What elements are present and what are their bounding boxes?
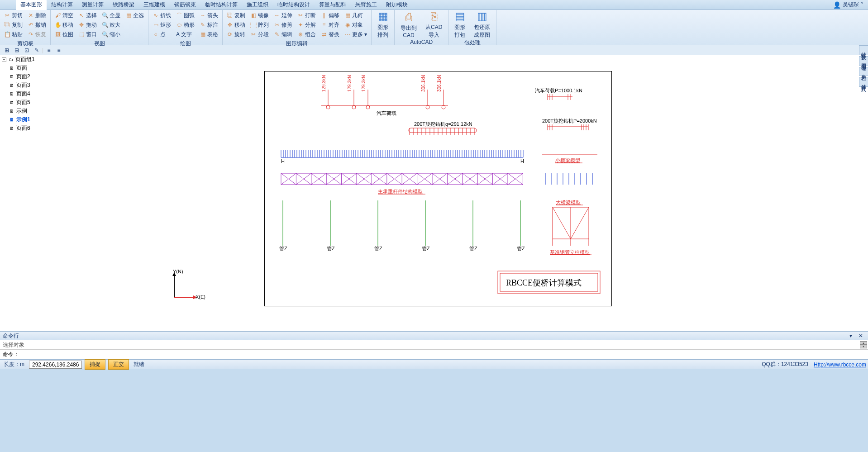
side-tab-properties[interactable]: 特性参数 <box>859 45 868 55</box>
zoomin-button[interactable]: 🔍放大 <box>100 20 122 29</box>
rect-button[interactable]: ▭矩形 <box>151 20 173 29</box>
tree-expand-button[interactable]: ⊡ <box>22 46 31 54</box>
ellipse-button[interactable]: ⬭椭形 <box>174 20 196 29</box>
tree-item-page2[interactable]: 🗎页面2 <box>0 72 83 81</box>
tree-item-example[interactable]: 🗎示例 <box>0 107 83 115</box>
tree-item-page6[interactable]: 🗎页面6 <box>0 124 83 133</box>
zoomout-button[interactable]: 🔍缩小 <box>100 30 122 39</box>
coord-display: 292.4266,136.2486 <box>29 361 82 369</box>
tree-item-page5[interactable]: 🗎页面5 <box>0 98 83 107</box>
align-center-button[interactable]: ≡ <box>54 46 63 54</box>
tab-3d-model[interactable]: 三维建模 <box>139 0 170 10</box>
collapse-icon[interactable]: − <box>2 57 6 62</box>
tab-basic-shape[interactable]: 基本图形 <box>16 0 47 10</box>
cut-button[interactable]: ✂剪切 <box>2 11 24 20</box>
tab-cantilever[interactable]: 悬臂施工 <box>351 0 382 10</box>
paste-button[interactable]: 📋粘贴 <box>2 30 24 39</box>
svg-line-244 <box>571 207 589 239</box>
tab-rebar[interactable]: 钢筋钢束 <box>170 0 200 10</box>
export-cad-button[interactable]: ⎙ 导出到 CAD <box>397 11 420 38</box>
gedit-button[interactable]: ✎编辑 <box>272 30 294 39</box>
align-icon: ≡ <box>321 22 327 28</box>
tab-survey-calc[interactable]: 测量计算 <box>77 0 108 10</box>
greplace-button[interactable]: ⇄替换 <box>319 30 341 39</box>
tree-item-example1[interactable]: 🗎示例1 <box>0 115 83 124</box>
gexplode-button[interactable]: ✦分解 <box>296 20 318 29</box>
tab-temp-calc[interactable]: 临时结构计算 <box>200 0 242 10</box>
arc-button[interactable]: ⌒圆弧 <box>174 11 196 20</box>
gmove-button[interactable]: ✥移动 <box>225 20 247 29</box>
arrange-button[interactable]: ▦ 图形 排列 <box>374 11 392 38</box>
ribbon-label-view: 视图 <box>53 39 146 49</box>
allselect-button[interactable]: ▦全选 <box>124 11 146 20</box>
gbreak-button[interactable]: ✂打断 <box>296 11 318 20</box>
tab-temp-design[interactable]: 临时结构设计 <box>273 0 315 10</box>
garray-button[interactable]: ⋮⋮阵列 <box>248 20 271 29</box>
tree-item-page4[interactable]: 🗎页面4 <box>0 90 83 98</box>
tab-construct[interactable]: 施工组织 <box>242 0 273 10</box>
tree-item-page3[interactable]: 🗎页面3 <box>0 81 83 90</box>
svg-point-8 <box>426 105 429 109</box>
tab-addon[interactable]: 附加模块 <box>382 0 412 10</box>
gobject-button[interactable]: ◉对象 <box>343 20 369 29</box>
delete-page-button[interactable]: ⊟ <box>12 46 21 54</box>
svg-text:129.3kN: 129.3kN <box>321 75 326 92</box>
cmd-close-button[interactable]: ✕ <box>856 332 865 340</box>
tree-root[interactable]: − 🗀 页面组1 <box>0 55 83 64</box>
side-tab-forces[interactable]: 坐力栏 <box>859 67 868 76</box>
svg-point-10 <box>442 105 445 109</box>
align-left-button[interactable]: ≡ <box>44 46 53 54</box>
gcopy-button[interactable]: ⿻复制 <box>225 11 247 20</box>
annot-button[interactable]: ✎标注 <box>198 20 220 29</box>
grotate-button[interactable]: ⟳旋转 <box>225 30 247 39</box>
scroll-down-button[interactable]: ▼ <box>860 345 867 348</box>
new-page-button[interactable]: ⊞ <box>2 46 11 54</box>
allshow-button[interactable]: 🔍全显 <box>100 11 122 20</box>
ggeom-button[interactable]: ▦几何 <box>343 11 369 20</box>
command-input-row[interactable]: 命令： <box>0 349 868 359</box>
edit-page-button[interactable]: ✎ <box>32 46 41 54</box>
gtrim-button[interactable]: ✂修剪 <box>272 20 294 29</box>
pack-button[interactable]: ▤ 图形 打包 <box>451 11 469 38</box>
delete-button[interactable]: ✕删除 <box>26 11 48 20</box>
goffset-button[interactable]: ∥偏移 <box>319 11 341 20</box>
copy-button[interactable]: ⿻复制 <box>2 20 24 29</box>
break-icon: ✂ <box>297 12 304 19</box>
side-tab-calc[interactable]: 计算方式 <box>859 77 868 87</box>
trim-icon: ✂ <box>274 22 280 28</box>
table-button[interactable]: ▦表格 <box>198 30 220 39</box>
gsegment-button[interactable]: ✂分段 <box>248 30 271 39</box>
bitmap-button[interactable]: 🖼位图 <box>53 30 75 39</box>
clear-button[interactable]: 🖌清空 <box>53 11 75 20</box>
undo-button[interactable]: ↶撤销 <box>26 20 48 29</box>
cmd-collapse-button[interactable]: ▾ <box>846 332 855 340</box>
text-button[interactable]: A 文字 <box>174 30 196 39</box>
scroll-up-button[interactable]: ▲ <box>860 341 867 345</box>
side-tab-layers[interactable]: 图层管理 <box>859 56 868 66</box>
tab-quantity[interactable]: 算量与配料 <box>315 0 351 10</box>
dim-button[interactable]: →箭头 <box>198 11 220 20</box>
ortho-toggle[interactable]: 正交 <box>108 359 129 370</box>
tab-struct-calc[interactable]: 结构计算 <box>47 0 77 10</box>
restore-button[interactable]: ▥ 包还原 成原图 <box>470 11 494 38</box>
select-button[interactable]: ↖选择 <box>76 11 99 20</box>
galign-button[interactable]: ≡对齐 <box>319 20 341 29</box>
snap-toggle[interactable]: 捕捉 <box>85 359 105 370</box>
svg-text:H: H <box>520 158 524 164</box>
gmore-button[interactable]: ⋯更多 ▾ <box>343 30 369 39</box>
tree-item-page[interactable]: 🗎页面 <box>0 64 83 72</box>
user-area[interactable]: 👤 吴锡琛 ˅ <box>833 1 863 9</box>
polyline-button[interactable]: ∿折线 <box>151 11 173 20</box>
drawing-canvas[interactable]: Y(N) X(E) 129.3kN 129.3kN 129.3 <box>83 55 868 331</box>
gcombine-button[interactable]: ⊕组合 <box>296 30 318 39</box>
tab-rail-bridge[interactable]: 铁路桥梁 <box>108 0 139 10</box>
website-link[interactable]: Http://www.rbcce.com <box>814 362 866 368</box>
import-cad-button[interactable]: ⎘ 从CAD 导入 <box>422 11 446 38</box>
point-button[interactable]: ○点 <box>151 30 173 39</box>
gextend-button[interactable]: ↔延伸 <box>272 11 294 20</box>
gmirror-button[interactable]: ◧镜像 <box>248 11 271 20</box>
drag-button[interactable]: ✥拖动 <box>76 20 99 29</box>
window-button[interactable]: ⬚窗口 <box>76 30 99 39</box>
pan-button[interactable]: ✋移动 <box>53 20 75 29</box>
edit-icon: ✎ <box>274 31 280 38</box>
